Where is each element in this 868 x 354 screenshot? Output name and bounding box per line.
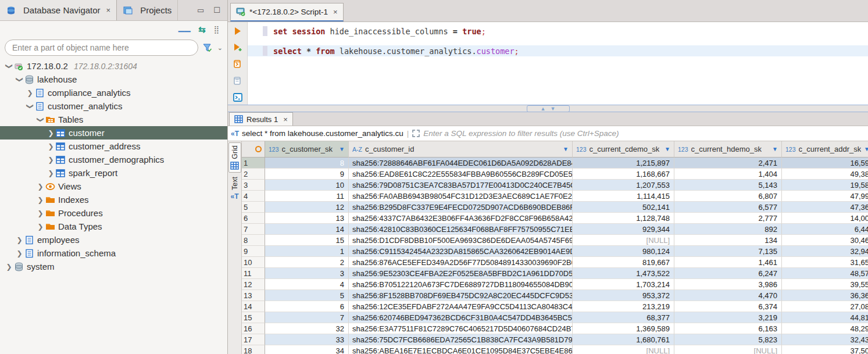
close-icon[interactable]: × bbox=[283, 115, 288, 124]
tree-item-customer[interactable]: ❯customer bbox=[0, 126, 227, 140]
table-row[interactable]: 1632sha256:E3A77511F81C7289C76C4065217D5… bbox=[242, 323, 868, 334]
grid-cell[interactable]: 213,219 bbox=[573, 301, 674, 312]
grid-cell[interactable]: 47,99 bbox=[782, 191, 868, 202]
sort-dropdown-icon[interactable]: ▼ bbox=[772, 146, 778, 152]
collapse-all-icon[interactable]: ⚊⚊ bbox=[178, 25, 190, 33]
grid-cell[interactable]: 980,124 bbox=[573, 246, 674, 257]
grid-cell[interactable]: 1,215,897 bbox=[573, 158, 674, 169]
side-tab-grid[interactable]: Grid bbox=[228, 142, 241, 173]
tree-item-data-types[interactable]: ❯Data Types bbox=[0, 220, 227, 233]
expand-chevron-icon[interactable]: ❯ bbox=[15, 236, 24, 244]
expand-chevron-icon[interactable]: ❯ bbox=[36, 209, 45, 217]
grid-cell[interactable]: 6,44 bbox=[782, 224, 868, 235]
tab-database-navigator[interactable]: Database Navigator × bbox=[0, 0, 117, 20]
sort-dropdown-icon[interactable]: ▼ bbox=[339, 146, 345, 152]
filter-expression-input[interactable]: Enter a SQL expression to filter results… bbox=[423, 129, 619, 138]
grid-cell[interactable]: sha256:C9115342454A2323DA815865CAA326064… bbox=[349, 246, 573, 257]
table-row[interactable]: 146sha256:12CE35EFDABF272A4A47E9FA9CC5D4… bbox=[242, 301, 868, 312]
grid-cell[interactable]: 929,344 bbox=[573, 224, 674, 235]
row-number[interactable]: 2 bbox=[242, 169, 265, 180]
grid-cell[interactable]: 15 bbox=[265, 235, 349, 246]
tree-item-customer-analytics[interactable]: ❯customer_analytics bbox=[0, 99, 227, 113]
grid-cell[interactable]: 32,94 bbox=[782, 246, 868, 257]
tree-item-information-schema[interactable]: ❯information_schema bbox=[0, 246, 227, 260]
grid-cell[interactable]: 7 bbox=[265, 312, 349, 323]
grid-corner-cell[interactable] bbox=[242, 141, 265, 158]
grid-cell[interactable]: 19,58 bbox=[782, 180, 868, 191]
tab-results-1[interactable]: Results 1 × bbox=[229, 112, 293, 126]
view-menu-icon[interactable]: ⣿ bbox=[213, 26, 219, 33]
tree-item-lakehouse[interactable]: ❯lakehouse bbox=[0, 73, 227, 86]
grid-cell[interactable]: 1,473,522 bbox=[573, 268, 674, 279]
grid-cell[interactable]: 3,986 bbox=[674, 279, 782, 290]
grid-cell[interactable]: 32,43 bbox=[782, 334, 868, 345]
chevron-down-icon[interactable]: ⌄ bbox=[217, 44, 223, 52]
grid-cell[interactable]: 36,36 bbox=[782, 290, 868, 301]
collapse-chevron-icon[interactable]: ❯ bbox=[37, 115, 45, 124]
grid-cell[interactable]: 953,372 bbox=[573, 290, 674, 301]
execute-statement-icon[interactable] bbox=[234, 27, 242, 35]
sort-dropdown-icon[interactable]: ▼ bbox=[864, 146, 868, 152]
splitter-grip[interactable]: ▲ ▼ bbox=[527, 105, 570, 112]
grid-cell[interactable]: sha256:42810C83B0360CE125634F068BAF8FF75… bbox=[349, 224, 573, 235]
row-number[interactable]: 7 bbox=[242, 224, 265, 235]
side-tab-text[interactable]: Text «T bbox=[228, 174, 241, 203]
expand-chevron-icon[interactable]: ❯ bbox=[47, 142, 55, 151]
collapse-chevron-icon[interactable]: ❯ bbox=[26, 102, 34, 110]
column-header-c_customer_id[interactable]: A-Zc_customer_id▼ bbox=[349, 141, 573, 158]
link-with-editor-icon[interactable]: ⇆ bbox=[198, 25, 206, 34]
tree-item-system[interactable]: ❯system bbox=[0, 260, 227, 273]
expand-chevron-icon[interactable]: ❯ bbox=[47, 156, 55, 164]
grid-cell[interactable]: sha256:EAD8E61C8C22E555834FBBA9B60556CB2… bbox=[349, 169, 573, 180]
minimize-icon[interactable]: ▭ bbox=[197, 6, 204, 15]
collapse-up-icon[interactable]: ▲ bbox=[541, 106, 546, 112]
grid-cell[interactable]: 6,374 bbox=[674, 301, 782, 312]
grid-cell[interactable]: 48,57 bbox=[782, 268, 868, 279]
row-number[interactable]: 15 bbox=[242, 312, 265, 323]
grid-cell[interactable]: sha256:8F1528BB708DF69EB475DC92A8C20EC44… bbox=[349, 290, 573, 301]
grid-cell[interactable]: sha256:E3A77511F81C7289C76C4065217D5D406… bbox=[349, 323, 573, 334]
grid-cell[interactable]: 8 bbox=[265, 158, 349, 169]
table-row[interactable]: 91sha256:C9115342454A2323DA815865CAA3260… bbox=[242, 246, 868, 257]
sort-dropdown-icon[interactable]: ▼ bbox=[563, 146, 569, 152]
grid-cell[interactable]: 48,29 bbox=[782, 323, 868, 334]
row-number[interactable]: 14 bbox=[242, 301, 265, 312]
grid-cell[interactable]: sha256:79D08751C3EA7C83BA57D177E00413D0C… bbox=[349, 180, 573, 191]
sql-console-icon[interactable] bbox=[233, 93, 242, 102]
table-row[interactable]: 18sha256:72888646ABF61FA044EDEC061D6DA5A… bbox=[242, 158, 868, 169]
editor-results-splitter[interactable]: ▲ ▼ bbox=[228, 105, 868, 112]
expand-chevron-icon[interactable]: ❯ bbox=[15, 249, 24, 258]
expand-chevron-icon[interactable]: ❯ bbox=[26, 89, 34, 97]
grid-cell[interactable]: 10 bbox=[265, 180, 349, 191]
grid-cell[interactable]: sha256:4337C7AB6432E3B06FF4A3636FD2F8CC8… bbox=[349, 213, 573, 224]
grid-cell[interactable]: 32 bbox=[265, 323, 349, 334]
grid-cell[interactable]: [NULL] bbox=[573, 235, 674, 246]
sql-editor[interactable]: set session hide_inaccessible_columns = … bbox=[228, 22, 868, 105]
grid-cell[interactable]: 1,680,761 bbox=[573, 334, 674, 345]
grid-cell[interactable]: 39,55 bbox=[782, 279, 868, 290]
table-row[interactable]: 411sha256:FA0ABB6943B98054FC31D12D3E3AEC… bbox=[242, 191, 868, 202]
grid-cell[interactable]: 4,470 bbox=[674, 290, 782, 301]
grid-cell[interactable]: 6,807 bbox=[674, 191, 782, 202]
grid-cell[interactable]: 819,667 bbox=[573, 257, 674, 268]
expand-chevron-icon[interactable]: ❯ bbox=[36, 183, 45, 191]
grid-cell[interactable]: 49,38 bbox=[782, 169, 868, 180]
grid-cell[interactable]: [NULL] bbox=[674, 345, 782, 354]
tree-item-customer-demographics[interactable]: ❯customer_demographics bbox=[0, 153, 227, 166]
row-number[interactable]: 6 bbox=[242, 213, 265, 224]
grid-cell[interactable]: 892 bbox=[674, 224, 782, 235]
row-number[interactable]: 17 bbox=[242, 334, 265, 345]
grid-cell[interactable]: 30,46 bbox=[782, 235, 868, 246]
close-icon[interactable]: × bbox=[333, 8, 338, 16]
tree-item-172-18-0-2[interactable]: ❯172.18.0.2172.18.0.2:31604 bbox=[0, 59, 227, 73]
table-row[interactable]: 1834sha256:ABEA16E7E1ECBDCA6E01CE1095D84… bbox=[242, 345, 868, 354]
grid-cell[interactable]: 1,207,553 bbox=[573, 180, 674, 191]
table-row[interactable]: 124sha256:B705122120A673FC7DE6889727DB11… bbox=[242, 279, 868, 290]
grid-cell[interactable]: 12 bbox=[265, 202, 349, 213]
table-row[interactable]: 1733sha256:75DC7FCB6686EDA72565C1B838CA7… bbox=[242, 334, 868, 345]
tree-item-compliance-analytics[interactable]: ❯compliance_analytics bbox=[0, 86, 227, 99]
grid-cell[interactable]: 1,404 bbox=[674, 169, 782, 180]
grid-cell[interactable]: 3,219 bbox=[674, 312, 782, 323]
column-header-c_customer_sk[interactable]: 123c_customer_sk▼ bbox=[265, 141, 349, 158]
row-number[interactable]: 4 bbox=[242, 191, 265, 202]
